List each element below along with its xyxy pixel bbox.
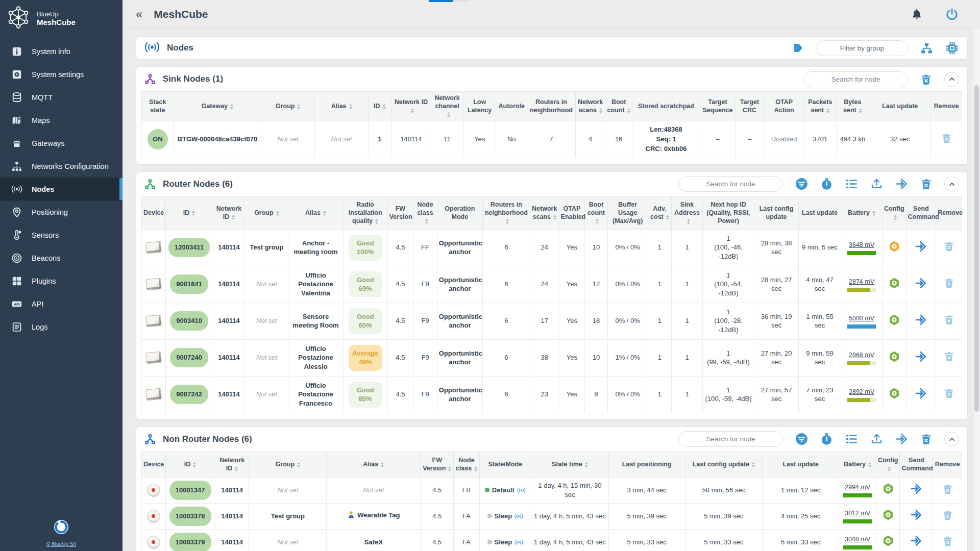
send-command-button[interactable] [910,509,922,522]
send-command-button[interactable] [915,387,927,401]
nonrouter-col-fw-version[interactable]: FW Version [421,452,454,477]
send-command-button[interactable] [915,314,927,328]
sidebar-item-system-settings[interactable]: System settings [0,63,122,86]
filter-by-group-button[interactable]: Filter by group [816,40,908,56]
sink-trash-button[interactable] [920,73,932,85]
nonrouter-collapse-button[interactable] [944,432,959,446]
router-stopwatch-button[interactable] [820,178,833,190]
remove-button[interactable] [942,510,953,522]
sidebar-item-positioning[interactable]: Positioning [0,201,122,223]
sink-col-id[interactable]: ID [369,92,391,121]
sink-collapse-button[interactable] [944,72,959,87]
config-button[interactable] [882,483,894,496]
router-col-config[interactable]: Config [883,196,906,229]
nonrouter-col-id[interactable]: ID [165,452,215,477]
node-id-pill[interactable]: 9001641 [170,274,208,294]
node-id-pill[interactable]: 10003379 [169,533,211,551]
sink-col-packets-sent[interactable]: Packets sent [804,92,837,121]
sidebar-item-gateways[interactable]: Gateways [0,132,122,155]
send-command-button[interactable] [915,350,927,364]
config-button[interactable] [888,314,900,328]
sink-col-gateway[interactable]: Gateway [174,92,261,121]
router-upload-button[interactable] [870,178,883,190]
send-command-button[interactable] [915,277,927,291]
nonrouter-list-button[interactable] [845,433,858,445]
router-col-id[interactable]: ID [165,196,213,229]
config-button[interactable] [888,240,900,254]
config-button[interactable] [882,509,894,522]
router-collapse-button[interactable] [944,177,959,191]
router-col-sink-address[interactable]: Sink Address [672,196,703,229]
config-button[interactable] [888,350,900,364]
sidebar-item-logs[interactable]: Logs [0,315,122,338]
nonrouter-col-battery[interactable]: Battery [839,452,876,477]
nonrouter-filter-button[interactable] [795,433,808,445]
send-command-button[interactable] [910,483,922,496]
sink-col-boot-count[interactable]: Boot count [605,92,632,121]
power-button[interactable] [945,8,959,21]
nonrouter-send-button[interactable] [895,433,908,445]
router-col-group[interactable]: Group [245,196,288,229]
tag-button[interactable] [792,42,804,54]
sidebar-item-api[interactable]: API API [0,292,122,315]
remove-button[interactable] [941,133,952,145]
copyright-link[interactable]: © BlueUp Srl [46,541,76,547]
router-col-routers-in-neighborhood[interactable]: Routers in neighborhood [482,196,530,229]
router-list-button[interactable] [845,178,858,190]
router-col-adv-cost[interactable]: Adv. cost [648,196,672,229]
sidebar-collapse-button[interactable]: « [136,8,142,20]
sink-col-network-id[interactable]: Network ID [391,92,431,121]
nonrouter-trash-button[interactable] [920,433,932,445]
remove-button[interactable] [944,351,954,363]
router-search-input[interactable] [678,176,783,192]
sink-col-group[interactable]: Group [261,92,315,121]
sidebar-item-system-info[interactable]: System info [0,40,122,63]
node-id-pill[interactable]: 9003410 [170,311,208,331]
router-col-network-scans[interactable]: Network scans [530,196,559,229]
sink-col-bytes-sent[interactable]: Bytes sent [836,92,869,121]
nonrouter-col-last-config-update[interactable]: Last config update [685,452,763,477]
node-id-pill[interactable]: 9007240 [170,348,208,367]
sidebar-item-networks-configuration[interactable]: Networks Configuration [0,155,122,178]
sink-search-input[interactable] [803,71,908,87]
remove-button[interactable] [944,241,954,253]
nonrouter-col-alias[interactable]: Alias [327,452,421,477]
notifications-button[interactable] [911,8,923,20]
sidebar-item-sensors[interactable]: Sensors [0,223,122,246]
sink-col-network-scans[interactable]: Network scans [575,92,605,121]
config-button[interactable] [882,535,894,548]
nonrouter-col-state-time[interactable]: State time [531,452,608,477]
router-col-alias[interactable]: Alias [288,196,343,229]
router-col-battery[interactable]: Battery [841,196,883,229]
remove-button[interactable] [942,484,953,496]
router-col-boot-count[interactable]: Boot count [585,196,608,229]
nonrouter-col-network-id[interactable]: Network ID [215,452,249,477]
node-id-pill[interactable]: 10003378 [169,507,211,526]
scrollbar-thumb[interactable] [974,85,979,412]
chip-button[interactable] [945,41,959,55]
remove-button[interactable] [944,314,954,327]
remove-button[interactable] [942,536,953,548]
nonrouter-col-config[interactable]: Config [876,452,900,477]
router-trash-button[interactable] [920,178,932,190]
sidebar-item-mqtt[interactable]: MQTT [0,86,122,109]
nonrouter-col-group[interactable]: Group [249,452,327,477]
sidebar-item-nodes[interactable]: Nodes [0,178,122,201]
router-filter-button[interactable] [795,178,808,190]
sink-col-alias[interactable]: Alias [315,92,369,121]
send-command-button[interactable] [915,240,927,254]
config-button[interactable] [888,277,900,291]
router-col-network-id[interactable]: Network ID [213,196,245,229]
node-id-pill[interactable]: 12003411 [168,238,210,257]
sidebar-item-beacons[interactable]: Beacons [0,246,122,269]
send-command-button[interactable] [910,535,922,548]
router-col-node-class[interactable]: Node class [413,196,437,229]
router-send-button[interactable] [895,178,908,190]
sitemap-button[interactable] [920,42,933,55]
config-button[interactable] [888,387,900,401]
sidebar-item-plugins[interactable]: Plugins [0,269,122,292]
nonrouter-upload-button[interactable] [870,433,883,445]
nonrouter-col-node-class[interactable]: Node class [454,452,480,477]
nonrouter-search-input[interactable] [678,431,783,447]
router-col-radio-installation-quality[interactable]: Radio installation quality [343,196,387,229]
